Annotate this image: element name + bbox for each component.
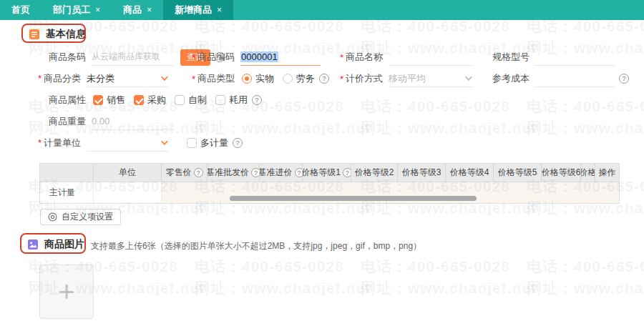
ref-cost-input[interactable]	[534, 71, 615, 87]
product-type-label: 商品类型	[197, 72, 235, 85]
tab-home[interactable]: 首页	[0, 0, 42, 20]
unit-label: 计量单位	[44, 137, 81, 148]
row-unit-type: 主计量	[40, 182, 94, 203]
col-blank	[40, 164, 94, 182]
horizontal-scrollbar-thumb[interactable]	[230, 196, 477, 201]
spec-input[interactable]	[534, 49, 615, 66]
product-type-field: * 商品类型 实物 劳务 ?	[192, 70, 329, 87]
weight-value: 0.00	[92, 116, 109, 127]
form-doc-icon	[29, 29, 40, 40]
barcode-label: 商品条码	[14, 51, 86, 64]
help-icon[interactable]: ?	[343, 168, 351, 177]
checkbox-label: 多计量	[200, 137, 228, 149]
plus-icon: +	[58, 276, 74, 308]
checkbox-label: 销售	[107, 94, 125, 107]
multi-unit-checkbox[interactable]: 多计量	[187, 137, 228, 149]
help-icon[interactable]: ?	[319, 74, 329, 84]
product-name-field: * 商品名称	[340, 49, 473, 66]
row-unit-cell[interactable]	[94, 182, 162, 203]
image-icon	[27, 239, 39, 250]
weight-label: 商品重量	[14, 115, 86, 128]
table-row: 主计量	[40, 182, 619, 203]
product-code-input[interactable]: 0000001	[240, 49, 321, 66]
section-title: 商品图片	[44, 238, 84, 251]
tab-bar: 首页 部门员工× 商品× 新增商品×	[0, 0, 644, 20]
category-value: 未分类	[87, 72, 114, 85]
radio-off-icon[interactable]	[283, 74, 293, 84]
tab-label: 商品	[123, 4, 142, 16]
help-icon[interactable]: ?	[233, 138, 243, 148]
category-label: 商品分类	[44, 73, 81, 84]
product-images-section-header: 商品图片	[27, 238, 84, 251]
tab-department-staff[interactable]: 部门员工×	[42, 0, 112, 20]
col-retail-price: 零售价?	[162, 164, 208, 182]
custom-fields-button[interactable]: 自定义项设置	[40, 209, 121, 225]
chevron-down-icon	[161, 138, 168, 145]
weight-input[interactable]: 0.00	[92, 114, 174, 130]
radio-label: 实物	[255, 72, 274, 85]
product-name-input[interactable]	[389, 49, 473, 66]
pricing-method-field: * 计价方式 移动平均	[340, 70, 473, 87]
radio-on-icon[interactable]	[242, 74, 252, 84]
ref-cost-label: 参考成本	[492, 72, 528, 85]
attributes-field: 商品属性 销售 采购 自制 耗用 ?	[14, 92, 262, 109]
help-icon[interactable]: ?	[295, 168, 303, 177]
checkbox-label: 自制	[188, 94, 207, 107]
category-field: *商品分类 未分类	[14, 70, 169, 87]
close-tab-icon[interactable]: ×	[95, 5, 100, 15]
required-marker: *	[192, 74, 195, 84]
col-price-truncated: 价格	[581, 164, 595, 182]
close-tab-icon[interactable]: ×	[147, 5, 152, 15]
col-actions: 操作	[595, 164, 619, 182]
spec-label: 规格型号	[492, 51, 528, 64]
chevron-down-icon	[161, 74, 168, 81]
chevron-down-icon	[465, 74, 472, 81]
checkbox-sales[interactable]: 销售	[93, 94, 125, 107]
col-unit: 单位	[94, 164, 162, 182]
pricing-method-select[interactable]: 移动平均	[389, 71, 473, 87]
radio-physical[interactable]: 实物	[242, 72, 274, 85]
col-purchase-price: 基准进价?	[260, 164, 303, 182]
category-select[interactable]: 未分类	[87, 71, 169, 87]
close-tab-icon[interactable]: ×	[217, 5, 222, 15]
required-marker: *	[340, 52, 343, 63]
section-title: 基本信息	[46, 28, 86, 41]
barcode-input[interactable]: 从云端商品库获取	[92, 49, 174, 66]
checkbox-self-made[interactable]: 自制	[175, 94, 207, 107]
help-icon[interactable]: ?	[619, 74, 629, 84]
weight-field: 商品重量 0.00	[14, 113, 174, 130]
ref-cost-field: 参考成本 ?	[492, 70, 629, 87]
checkbox-off-icon[interactable]	[187, 138, 197, 148]
tab-new-product[interactable]: 新增商品×	[163, 0, 233, 20]
row-price-cells[interactable]	[162, 182, 619, 203]
checkbox-consume[interactable]: 耗用	[215, 94, 248, 107]
col-price-level-4: 价格等级4	[446, 164, 494, 182]
tab-products[interactable]: 商品×	[112, 0, 163, 20]
unit-select[interactable]	[87, 135, 169, 152]
help-icon[interactable]: ?	[251, 168, 260, 177]
attributes-label: 商品属性	[14, 94, 86, 107]
col-price-level-1: 价格等级1?	[303, 164, 351, 182]
tab-label: 首页	[11, 4, 30, 16]
checkbox-purchase[interactable]: 采购	[134, 94, 166, 107]
tab-label: 新增商品	[175, 4, 212, 16]
checkbox-label: 采购	[147, 94, 166, 107]
radio-service[interactable]: 劳务	[283, 72, 315, 85]
radio-label: 劳务	[296, 72, 315, 85]
col-price-level-3: 价格等级3	[398, 164, 446, 182]
gear-icon	[48, 212, 57, 222]
pricing-method-label: 计价方式	[346, 72, 383, 85]
help-icon[interactable]: ?	[252, 95, 262, 105]
help-icon[interactable]: ?	[194, 168, 203, 177]
upload-hint-text: 支持最多上传6张（选择的图片单张大小不超过2MB，支持jpg，jpeg，gif，…	[91, 240, 421, 252]
col-price-level-5: 价格等级5	[494, 164, 542, 182]
col-price-level-6: 价格等级6	[542, 164, 581, 182]
checkbox-on-icon[interactable]	[93, 95, 103, 105]
checkbox-label: 耗用	[229, 94, 248, 107]
checkbox-off-icon[interactable]	[175, 95, 185, 105]
required-marker: *	[38, 73, 42, 84]
checkbox-on-icon[interactable]	[134, 95, 144, 105]
upload-image-tile[interactable]: +	[39, 265, 94, 319]
checkbox-off-icon[interactable]	[215, 95, 225, 105]
required-marker: *	[192, 52, 195, 63]
